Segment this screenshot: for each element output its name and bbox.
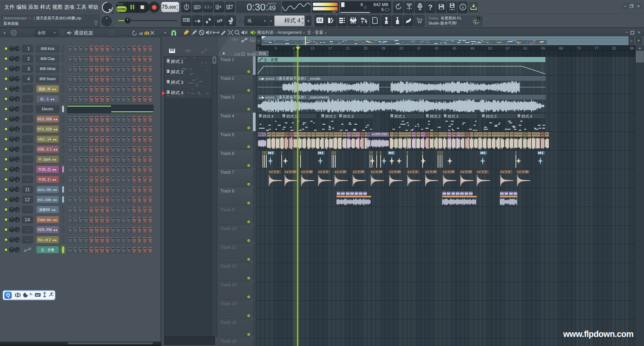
svg-text:1: 1 [478,17,479,21]
svg-text:i: i [462,5,464,10]
